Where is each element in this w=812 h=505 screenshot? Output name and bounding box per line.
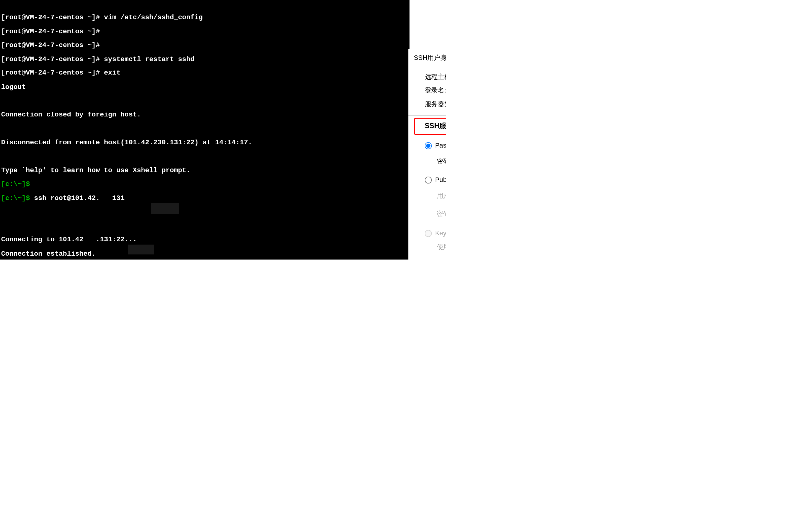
root-prompt-5: [root@VM-24-7-centos ~]#	[1, 69, 104, 76]
cmd-vim: vim /etc/ssh/sshd_config	[104, 14, 203, 21]
publickey-section: Public Key(U) 用户密钥(K): 浏览(B)... ▾ 密码(H):	[409, 172, 446, 224]
error-message: SSH服务器拒绝了密码。请再试一次。	[414, 118, 446, 135]
password-radio-label: Password(P)	[435, 142, 446, 149]
ki-hint: 使用键盘输入用户身份验证。	[425, 240, 446, 252]
established-1: Connection established.	[1, 249, 96, 257]
root-prompt-4: [root@VM-24-7-centos ~]#	[1, 55, 104, 63]
ssh-auth-dialog: SSH用户身份验证 ? 远程主机: 101.42 31:22 (%default…	[409, 49, 446, 260]
dialog-title: SSH用户身份验证	[414, 53, 446, 62]
logout-text: logout	[1, 83, 26, 91]
ki-radio	[425, 229, 432, 237]
dialog-info: 远程主机: 101.42 31:22 (%default%) 登录名: root…	[409, 67, 446, 114]
pk-password-label: 密码(H):	[437, 209, 446, 218]
connecting-1: Connecting to 101.42 .131:22...	[1, 236, 137, 243]
dialog-titlebar[interactable]: SSH用户身份验证 ?	[409, 49, 446, 67]
root-prompt-3: [root@VM-24-7-centos ~]#	[1, 41, 104, 49]
cx-prompt-2: [c:\~]$	[1, 194, 34, 202]
ki-radio-label: Keyboard Interactive(I)	[435, 229, 446, 237]
server-type-label: 服务器类型:	[425, 100, 446, 109]
password-section: Password(P) 密码(W):	[409, 137, 446, 172]
cmd-exit: exit	[104, 69, 120, 76]
cmd-restart: systemctl restart sshd	[104, 55, 195, 63]
password-label: 密码(W):	[437, 157, 446, 166]
closed-1: Connection closed by foreign host.	[1, 111, 141, 118]
userkey-label: 用户密钥(K):	[437, 191, 446, 200]
password-radio[interactable]	[425, 142, 432, 149]
root-prompt-1: [root@VM-24-7-centos ~]#	[1, 14, 104, 21]
cx-prompt-1: [c:\~]$	[1, 180, 34, 188]
ssh-cmd-1: ssh root@101.42. 131	[34, 194, 125, 202]
root-prompt-2: [root@VM-24-7-centos ~]#	[1, 27, 104, 35]
remote-host-label: 远程主机:	[425, 72, 446, 82]
terminal[interactable]: [root@VM-24-7-centos ~]# vim /etc/ssh/ss…	[0, 0, 410, 260]
ip-blur-1	[151, 203, 179, 214]
publickey-radio[interactable]	[425, 176, 432, 183]
ki-section: Keyboard Interactive(I) 使用键盘输入用户身份验证。	[409, 224, 446, 254]
help-1: Type `help' to learn how to use Xshell p…	[1, 166, 191, 174]
disconnected-1: Disconnected from remote host(101.42.230…	[1, 139, 252, 146]
publickey-radio-label: Public Key(U)	[435, 176, 446, 183]
ip-blur-2	[128, 244, 154, 255]
login-label: 登录名:	[425, 86, 446, 96]
